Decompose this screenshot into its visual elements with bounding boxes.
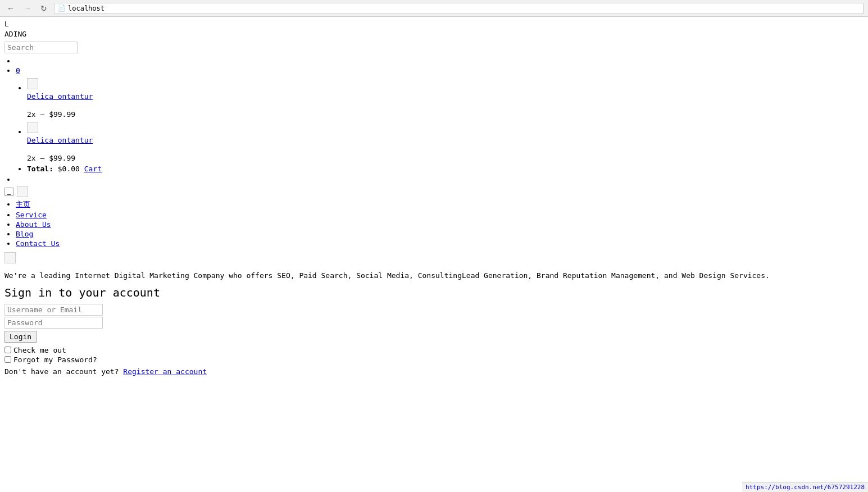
search-input[interactable] (4, 42, 78, 53)
cart-item-2: Delica ontantur 2x – $99.99 (27, 121, 864, 162)
back-button[interactable]: ← (4, 3, 17, 14)
remember-checkbox[interactable] (4, 347, 11, 353)
nav-item-home: 主页 (16, 199, 864, 209)
username-input[interactable] (4, 304, 103, 316)
cart-dropdown: Delica ontantur 2x – $99.99 Delica ontan… (16, 77, 864, 173)
page-icon: 📄 (58, 4, 66, 12)
nav-item-contact: Contact Us (16, 239, 864, 248)
cart-total-text: Total: $0.00 Cart (27, 165, 102, 173)
nav-link-service[interactable]: Service (16, 211, 47, 219)
signin-title: Sign in to your account (4, 286, 864, 299)
forgot-password-row: Forgot my Password? (4, 356, 864, 364)
nav-item-about: About Us (16, 220, 864, 229)
nav-link-blog[interactable]: Blog (16, 230, 33, 238)
product-name-link-2[interactable]: Delica ontantur (27, 136, 93, 144)
hero-image (4, 252, 16, 263)
loading-line1: L (4, 20, 9, 28)
nav-link-home[interactable]: 主页 (16, 200, 30, 208)
url-text: localhost (68, 4, 104, 12)
browser-chrome: ← → ↻ 📄 localhost (0, 0, 868, 17)
address-bar[interactable]: 📄 localhost (54, 3, 864, 14)
no-account-text: Don't have an account yet? (4, 367, 119, 376)
top-nav-list: 0 Delica ontantur 2x – $99.99 Delica ont… (4, 57, 864, 184)
remember-label: Check me out (13, 346, 66, 354)
nav-link-about[interactable]: About Us (16, 220, 51, 229)
cart-total-item: Total: $0.00 Cart (27, 165, 864, 173)
forward-button[interactable]: → (21, 3, 34, 14)
header-row: ⎯ (4, 186, 864, 197)
nav-link-contact[interactable]: Contact Us (16, 239, 60, 248)
cart-count-link[interactable]: 0 (16, 66, 20, 75)
reload-button[interactable]: ↻ (38, 3, 49, 14)
page-content: L ADING 0 Delica ontantur 2x – $99.99 De… (0, 17, 868, 378)
hamburger-button[interactable]: ⎯ (4, 188, 13, 196)
loading-indicator: L ADING (4, 19, 864, 39)
product-image-2 (27, 122, 38, 133)
register-link[interactable]: Register an account (123, 367, 207, 376)
cart-link[interactable]: Cart (84, 165, 102, 173)
site-description: We're a leading Internet Digital Marketi… (4, 271, 864, 281)
nav-item-blog: Blog (16, 230, 864, 238)
remember-me-row: Check me out (4, 346, 864, 354)
signin-form: Login (4, 304, 864, 343)
empty-item (16, 57, 864, 65)
product-price-1: 2x – $99.99 (27, 110, 864, 119)
product-price-2: 2x – $99.99 (27, 154, 864, 162)
product-image-1 (27, 78, 38, 89)
register-row: Don't have an account yet? Register an a… (4, 367, 864, 376)
password-input[interactable] (4, 317, 103, 329)
product-name-link-1[interactable]: Delica ontantur (27, 92, 93, 101)
total-value: $0.00 (58, 165, 80, 173)
empty-item-2 (16, 175, 864, 184)
loading-line2: ADING (4, 30, 26, 38)
nav-item-service: Service (16, 211, 864, 219)
cart-count-item: 0 Delica ontantur 2x – $99.99 Delica ont… (16, 66, 864, 173)
login-button[interactable]: Login (4, 331, 37, 343)
forgot-checkbox[interactable] (4, 356, 11, 363)
forgot-label: Forgot my Password? (13, 356, 97, 364)
total-label: Total: (27, 165, 53, 173)
logo-image (17, 186, 28, 197)
nav-menu: 主页 Service About Us Blog Contact Us (4, 199, 864, 248)
cart-item-1: Delica ontantur 2x – $99.99 (27, 77, 864, 119)
